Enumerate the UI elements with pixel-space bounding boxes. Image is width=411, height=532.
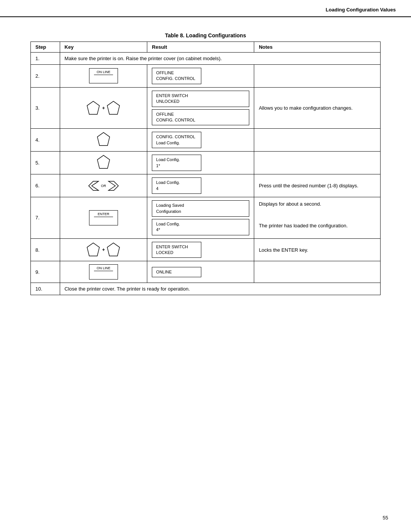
svg-marker-4 [89,181,99,190]
col-notes: Notes [254,42,381,53]
page-number: 55 [383,515,388,521]
table-row: 1. Make sure the printer is on. Raise th… [31,53,381,65]
config-table: Step Key Result Notes 1. Make sure the p… [30,42,381,295]
result-display: Load Config. 1* [152,155,201,171]
button-body [94,271,113,278]
result-line: Configuration [156,209,245,214]
result-line: OFFLINE [156,70,197,76]
arrows-key: OR [65,181,143,191]
enter-button: ENTER [89,210,118,225]
table-row: 9. ON LINE ONLINE [31,261,381,283]
result-display: OFFLINE CONFIG. CONTROL [152,109,249,126]
result-display: OFFLINE CONFIG. CONTROL [152,68,201,84]
pentagon-icon [96,132,111,147]
result-line: CONFIG. CONTROL [156,134,197,140]
result-stack: Loading Saved Configuration Load Config.… [152,200,249,235]
key-cell [60,152,147,174]
result-stack: ENTER SWITCH UNLOCKED OFFLINE CONFIG. CO… [152,91,249,126]
pentagon-plus-key: + [65,101,143,116]
svg-marker-0 [87,101,99,114]
result-line: Load Config. [156,180,197,185]
result-line: UNLOCKED [156,99,245,104]
result-line: ENTER SWITCH [156,244,197,250]
page-header: Loading Configuration Values [0,0,411,17]
button-label: ON LINE [94,266,113,270]
step-num: 8. [31,238,60,261]
page-content: Table 8. Loading Configurations Step Key… [0,17,411,310]
step-num: 5. [31,152,60,174]
result-display: Load Config. 4* [152,219,249,235]
notes-line: The printer has loaded the configuration… [259,223,376,228]
result-cell: Loading Saved Configuration Load Config.… [147,197,254,239]
col-step: Step [31,42,60,53]
full-row-text: Close the printer cover. The printer is … [60,283,380,295]
step-num: 10. [31,283,60,295]
header-title: Loading Configuration Values [326,7,396,13]
notes-cell: Press until the desired number (1-8) dis… [254,174,381,197]
notes-cell [254,152,381,174]
result-line: 4* [156,227,245,233]
result-line: LOCKED [156,250,197,256]
result-line: Loading Saved [156,203,245,208]
notes-cell: Displays for about a second. The printer… [254,197,381,239]
table-row: 5. Load Config. 1* [31,152,381,174]
or-label: OR [101,184,106,188]
pentagon-icon [106,242,121,257]
svg-marker-1 [107,101,119,114]
step-num: 7. [31,197,60,239]
pentagon-icon [106,101,121,116]
notes-cell [254,261,381,283]
result-cell: ENTER SWITCH LOCKED [147,238,254,261]
step-num: 6. [31,174,60,197]
result-cell: ENTER SWITCH UNLOCKED OFFLINE CONFIG. CO… [147,87,254,129]
result-line: Load Config. [156,140,197,146]
result-line: CONFIG. CONTROL [156,76,197,81]
notes-cell: Allows you to make configuration changes… [254,87,381,129]
key-cell: ON LINE [60,65,147,88]
table-row: 4. CONFIG. CONTROL Load Config. [31,129,381,152]
svg-marker-2 [97,133,110,145]
table-row: 8. + ENTER SWITCH LOCK [31,238,381,261]
col-key: Key [60,42,147,53]
button-body [94,217,113,224]
pentagon-plus-key: + [65,242,143,257]
svg-marker-7 [107,243,119,256]
arrow-right-icon [108,181,119,191]
step-num: 9. [31,261,60,283]
step-num: 1. [31,53,60,65]
result-line: 1* [156,163,197,169]
page-footer: 55 [383,515,388,521]
step-num: 4. [31,129,60,152]
pentagon-icon [86,242,100,257]
key-cell [60,129,147,152]
key-cell: OR [60,174,147,197]
result-display: Load Config. 4 [152,177,201,194]
notes-cell [254,65,381,88]
result-display: ENTER SWITCH UNLOCKED [152,91,249,107]
step-num: 3. [31,87,60,129]
result-display: Loading Saved Configuration [152,200,249,217]
key-cell: ENTER [60,197,147,239]
online-button: ON LINE [89,68,118,83]
svg-marker-3 [97,155,110,168]
result-line: Load Config. [156,221,245,227]
table-row: 10. Close the printer cover. The printer… [31,283,381,295]
notes-line: Displays for about a second. [259,201,376,207]
step-num: 2. [31,65,60,88]
result-cell: CONFIG. CONTROL Load Config. [147,129,254,152]
table-row: 6. OR Lo [31,174,381,197]
arrow-left-icon [88,181,99,191]
svg-marker-6 [87,243,99,256]
key-cell: ON LINE [60,261,147,283]
col-result: Result [147,42,254,53]
result-line: ENTER SWITCH [156,93,245,99]
button-label: ON LINE [94,70,113,74]
result-line: 4 [156,186,197,192]
plus-icon: + [102,247,105,252]
pentagon-icon [86,101,100,116]
svg-marker-5 [108,181,118,190]
result-display: ONLINE [152,267,201,277]
table-header-row: Step Key Result Notes [31,42,381,53]
table-row: 7. ENTER Loading Saved Configuration [31,197,381,239]
result-cell: ONLINE [147,261,254,283]
